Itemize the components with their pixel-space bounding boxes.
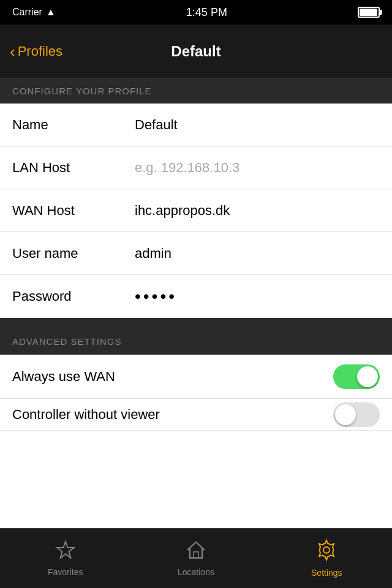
nav-title: Default: [171, 43, 221, 60]
form-section: Name Default LAN Host e.g. 192.168.10.3 …: [0, 104, 392, 318]
advanced-section-header: ADVANCED SETTINGS: [0, 318, 392, 355]
locations-label: Locations: [178, 567, 214, 577]
toggle-knob: [357, 366, 378, 387]
carrier-label: Carrier: [12, 7, 42, 18]
house-icon: [186, 540, 206, 564]
lan-host-label: LAN Host: [12, 160, 135, 176]
password-value: •••••: [135, 287, 177, 306]
username-value: admin: [135, 246, 172, 262]
name-label: Name: [12, 117, 135, 133]
back-button[interactable]: ‹ Profiles: [10, 43, 62, 59]
controller-without-viewer-label: Controller without viewer: [12, 407, 160, 423]
password-row[interactable]: Password •••••: [0, 275, 392, 318]
wifi-icon: ▲: [46, 7, 56, 18]
tab-bar: Favorites Locations Settings: [0, 528, 392, 588]
username-row[interactable]: User name admin: [0, 232, 392, 275]
toggle-knob-2: [335, 404, 356, 425]
star-icon: [55, 540, 76, 564]
content-area: CONFIGURE YOUR PROFILE Name Default LAN …: [0, 78, 392, 528]
chevron-left-icon: ‹: [10, 43, 15, 59]
battery-icon: [358, 7, 380, 18]
password-label: Password: [12, 288, 135, 304]
always-use-wan-row: Always use WAN: [0, 355, 392, 399]
back-label: Profiles: [18, 43, 62, 59]
username-label: User name: [12, 246, 135, 262]
wan-host-row[interactable]: WAN Host ihc.appropos.dk: [0, 189, 392, 232]
status-bar: Carrier ▲ 1:45 PM: [0, 0, 392, 24]
name-row[interactable]: Name Default: [0, 104, 392, 146]
always-use-wan-label: Always use WAN: [12, 369, 115, 385]
nav-bar: ‹ Profiles Default: [0, 24, 392, 78]
tab-settings[interactable]: Settings: [262, 539, 392, 578]
settings-label: Settings: [311, 568, 342, 578]
svg-rect-1: [194, 552, 198, 558]
tab-locations[interactable]: Locations: [130, 540, 261, 577]
lan-host-placeholder: e.g. 192.168.10.3: [135, 160, 239, 176]
tab-favorites[interactable]: Favorites: [0, 540, 130, 577]
wan-host-label: WAN Host: [12, 203, 135, 219]
name-value: Default: [135, 117, 178, 133]
carrier-info: Carrier ▲: [12, 7, 56, 18]
controller-without-viewer-toggle[interactable]: [333, 402, 380, 427]
favorites-label: Favorites: [48, 567, 83, 577]
controller-without-viewer-row: Controller without viewer: [0, 399, 392, 431]
svg-point-2: [323, 547, 330, 553]
configure-section-header: CONFIGURE YOUR PROFILE: [0, 78, 392, 104]
gear-icon: [315, 539, 337, 564]
lan-host-row[interactable]: LAN Host e.g. 192.168.10.3: [0, 146, 392, 189]
always-use-wan-toggle[interactable]: [333, 364, 380, 389]
svg-marker-0: [57, 541, 74, 558]
wan-host-value: ihc.appropos.dk: [135, 203, 230, 219]
time-label: 1:45 PM: [186, 6, 227, 19]
